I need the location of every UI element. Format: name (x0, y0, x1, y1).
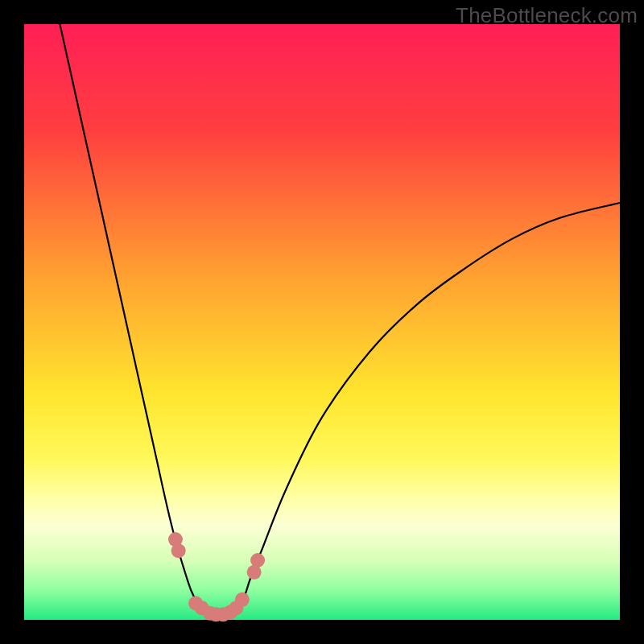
marker-point (235, 592, 250, 607)
curve-overlay (24, 24, 620, 620)
bottleneck-curve (60, 24, 620, 617)
marker-point (171, 543, 186, 558)
plot-area (24, 24, 620, 620)
marker-point (250, 553, 265, 568)
watermark-text: TheBottleneck.com (456, 3, 638, 28)
chart-root: TheBottleneck.com (0, 0, 644, 644)
marker-group (168, 532, 265, 621)
